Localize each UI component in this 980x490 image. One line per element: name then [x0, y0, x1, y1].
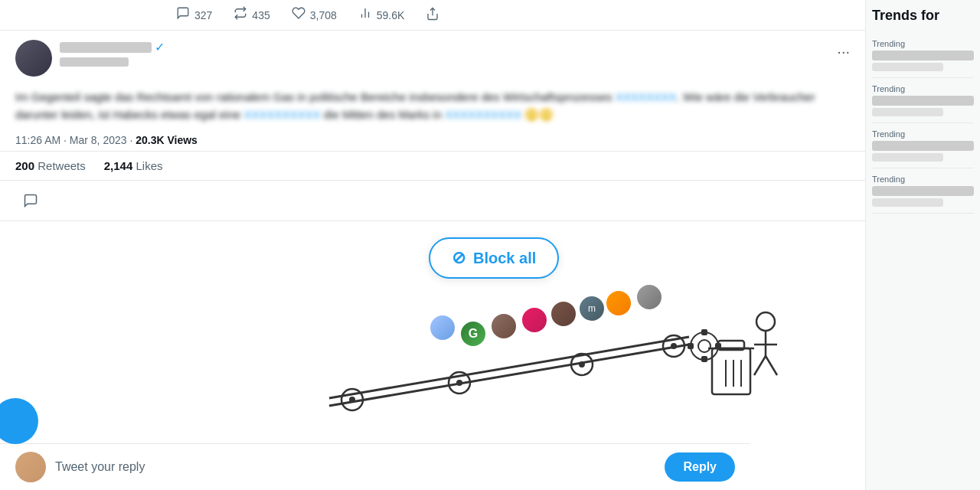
timestamp-text: 11:26 AM · Mar 8, 2023 ·: [15, 134, 136, 146]
reply-area: Tweet your reply Reply: [0, 443, 750, 490]
engagement-bar: 327 435 3,7: [0, 0, 865, 31]
share-icon: [426, 7, 439, 23]
avatar-circle-4: [521, 306, 548, 334]
sidebar-title: Trends for: [872, 8, 974, 24]
block-all-label: Block all: [473, 250, 536, 267]
likes-count: 3,708: [310, 9, 337, 21]
user-info: ✓: [60, 40, 850, 70]
tweet-text-content: Im Gegenteil sagte das Rechtsamt von rat…: [15, 90, 815, 121]
likes-stat[interactable]: 2,144 Likes: [104, 159, 163, 172]
avatar-circle-6: m: [578, 295, 606, 322]
avatar-circle-3: [490, 312, 518, 340]
trend-count-1: [872, 63, 943, 71]
reply-button[interactable]: Reply: [665, 452, 735, 482]
views-engagement: 59.6K: [358, 6, 405, 24]
verified-badge: ✓: [155, 40, 165, 54]
retweet-icon: [234, 6, 247, 24]
views-icon: [358, 6, 372, 24]
retweets-stat[interactable]: 200 Retweets: [15, 159, 86, 172]
avatar[interactable]: [15, 40, 52, 77]
comment-action[interactable]: [15, 185, 46, 216]
reply-placeholder[interactable]: Tweet your reply: [55, 460, 655, 474]
replies-engagement[interactable]: 327: [176, 6, 212, 24]
conveyor-illustration: G m: [306, 306, 781, 413]
stats-row: 200 Retweets 2,144 Likes: [0, 152, 865, 181]
trend-item-3[interactable]: Trending: [872, 123, 974, 168]
likes-stat-count: 2,144: [104, 159, 133, 172]
reply-input-wrapper[interactable]: Tweet your reply: [55, 460, 655, 474]
svg-point-26: [756, 312, 775, 331]
block-all-button[interactable]: ⊘ Block all: [429, 237, 559, 279]
tweet-header: ✓ ···: [0, 31, 865, 86]
tweet-timestamp: 11:26 AM · Mar 8, 2023 · 20.3K Views: [0, 129, 865, 152]
svg-rect-22: [701, 329, 707, 335]
trend-count-3: [872, 153, 943, 162]
svg-line-4: [329, 337, 689, 398]
actions-row: [0, 181, 865, 221]
retweets-stat-count: 200: [15, 159, 34, 172]
svg-point-11: [579, 361, 585, 368]
reply-avatar: [15, 452, 46, 482]
like-engagement[interactable]: 3,708: [292, 6, 337, 24]
svg-rect-14: [712, 348, 750, 394]
block-icon: ⊘: [452, 248, 466, 268]
more-options-button[interactable]: ···: [837, 43, 850, 60]
trend-name-3: [872, 141, 974, 151]
share-engagement[interactable]: [426, 7, 439, 23]
trend-name-2: [872, 96, 974, 106]
avatar-circle-1: [429, 314, 456, 341]
svg-line-5: [329, 345, 689, 406]
trend-name-4: [872, 186, 974, 196]
trend-name-1: [872, 51, 974, 60]
svg-point-9: [456, 380, 462, 386]
trend-count-2: [872, 108, 943, 116]
svg-line-30: [766, 356, 777, 375]
svg-rect-24: [688, 343, 694, 349]
likes-stat-label: Likes: [136, 159, 162, 172]
retweet-engagement[interactable]: 435: [234, 6, 270, 24]
avatar-circle-2: G: [459, 320, 487, 348]
right-sidebar: Trends for Trending Trending Trending Tr…: [865, 0, 980, 490]
trend-item-2[interactable]: Trending: [872, 78, 974, 123]
avatar-circle-7: [605, 289, 632, 317]
svg-point-21: [698, 340, 710, 352]
user-handle: [60, 57, 129, 67]
svg-point-7: [349, 397, 355, 403]
trend-category-3: Trending: [872, 129, 974, 139]
views-label: 20.3K Views: [136, 134, 198, 146]
replies-count: 327: [194, 9, 212, 21]
username[interactable]: [60, 42, 152, 53]
avatar-circle-5: [550, 300, 577, 328]
trend-category-4: Trending: [872, 175, 974, 184]
like-icon: [292, 6, 305, 24]
retweets-count: 435: [252, 9, 270, 21]
tweet-text: Im Gegenteil sagte das Rechtsamt von rat…: [0, 86, 865, 129]
svg-point-13: [671, 343, 677, 349]
svg-rect-25: [715, 343, 721, 349]
trend-category-2: Trending: [872, 84, 974, 93]
trend-category-1: Trending: [872, 39, 974, 48]
svg-point-20: [691, 332, 718, 360]
trend-item-4[interactable]: Trending: [872, 168, 974, 214]
views-count: 59.6K: [377, 9, 405, 21]
retweets-stat-label: Retweets: [38, 159, 86, 172]
trend-item-1[interactable]: Trending: [872, 33, 974, 78]
svg-line-29: [754, 356, 766, 375]
trend-count-4: [872, 198, 943, 207]
block-all-container: ⊘ Block all: [429, 237, 559, 279]
reply-icon: [176, 6, 190, 24]
svg-rect-23: [701, 356, 707, 362]
avatar-circle-8: [635, 283, 663, 311]
